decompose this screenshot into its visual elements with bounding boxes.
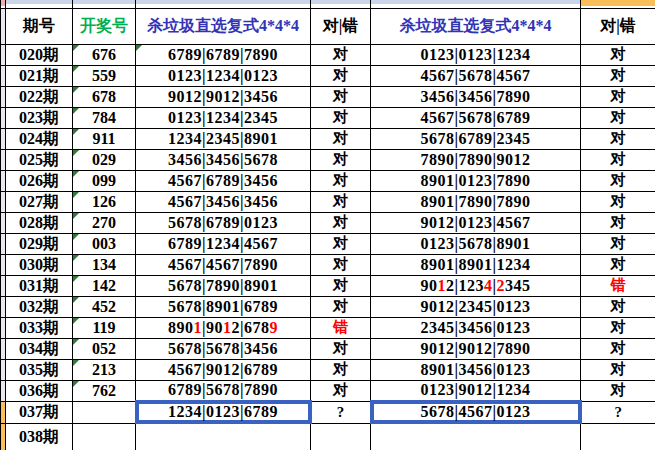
cell-kill1[interactable]: 6789|6789|7890 bbox=[136, 44, 311, 65]
cell-result2[interactable]: 对 bbox=[581, 338, 655, 359]
cell-draw[interactable]: 678 bbox=[73, 86, 136, 107]
cell-kill2[interactable]: 7890|7890|9012 bbox=[371, 149, 581, 170]
cell-result1[interactable]: 对 bbox=[311, 128, 371, 149]
cell-result2[interactable]: 对 bbox=[581, 359, 655, 380]
cell-result1[interactable]: 对 bbox=[311, 338, 371, 359]
cell-kill1[interactable]: 5678|7890|8901 bbox=[136, 275, 311, 296]
cell-draw[interactable]: 784 bbox=[73, 107, 136, 128]
cell-result1[interactable]: 对 bbox=[311, 296, 371, 317]
cell-draw[interactable]: 029 bbox=[73, 149, 136, 170]
cell-kill2[interactable]: 3456|3456|7890 bbox=[371, 86, 581, 107]
cell-result2[interactable]: ? bbox=[581, 401, 655, 423]
cell-kill1[interactable]: 5678|5678|3456 bbox=[136, 338, 311, 359]
cell-kill2[interactable]: 9012|0123|4567 bbox=[371, 212, 581, 233]
cell-kill1[interactable]: 4567|4567|7890 bbox=[136, 254, 311, 275]
cell-kill1[interactable]: 1234|0123|6789 bbox=[136, 401, 311, 423]
cell-draw[interactable]: 452 bbox=[73, 296, 136, 317]
cell-period[interactable]: 023期 bbox=[6, 107, 73, 128]
cell-result1[interactable]: 对 bbox=[311, 212, 371, 233]
cell-kill2[interactable]: 9012|1234|2345 bbox=[371, 275, 581, 296]
cell-result2[interactable]: 对 bbox=[581, 380, 655, 401]
cell-draw[interactable]: 213 bbox=[73, 359, 136, 380]
cell-period[interactable]: 031期 bbox=[6, 275, 73, 296]
cell-period[interactable]: 025期 bbox=[6, 149, 73, 170]
cell-period[interactable]: 037期 bbox=[6, 401, 73, 423]
cell-draw[interactable]: 126 bbox=[73, 191, 136, 212]
cell-kill2[interactable] bbox=[371, 423, 581, 450]
header-result2[interactable]: 对|错 bbox=[581, 8, 655, 44]
header-kill2[interactable]: 杀垃圾直选复式4*4*4 bbox=[371, 8, 581, 44]
cell-result1[interactable]: 对 bbox=[311, 233, 371, 254]
cell-result2[interactable]: 对 bbox=[581, 170, 655, 191]
cell-draw[interactable]: 142 bbox=[73, 275, 136, 296]
cell-period[interactable]: 030期 bbox=[6, 254, 73, 275]
cell-result2[interactable]: 对 bbox=[581, 191, 655, 212]
cell-kill1[interactable]: 9012|9012|3456 bbox=[136, 86, 311, 107]
cell-kill2[interactable]: 4567|5678|4567 bbox=[371, 65, 581, 86]
cell-draw[interactable]: 052 bbox=[73, 338, 136, 359]
cell-kill1[interactable] bbox=[136, 423, 311, 450]
header-draw[interactable]: 开奖号 bbox=[73, 8, 136, 44]
cell-result1[interactable]: 错 bbox=[311, 317, 371, 338]
cell-kill1[interactable]: 6789|5678|7890 bbox=[136, 380, 311, 401]
cell-result1[interactable] bbox=[311, 423, 371, 450]
cell-period[interactable]: 029期 bbox=[6, 233, 73, 254]
cell-kill2[interactable]: 8901|7890|7890 bbox=[371, 191, 581, 212]
cell-result2[interactable]: 对 bbox=[581, 86, 655, 107]
cell-period[interactable]: 035期 bbox=[6, 359, 73, 380]
cell-kill1[interactable]: 4567|3456|3456 bbox=[136, 191, 311, 212]
cell-period[interactable]: 020期 bbox=[6, 44, 73, 65]
cell-kill2[interactable]: 4567|5678|6789 bbox=[371, 107, 581, 128]
cell-kill1[interactable]: 4567|9012|6789 bbox=[136, 359, 311, 380]
header-period[interactable]: 期号 bbox=[6, 8, 73, 44]
cell-result2[interactable]: 对 bbox=[581, 44, 655, 65]
cell-kill2[interactable]: 0123|0123|1234 bbox=[371, 44, 581, 65]
cell-period[interactable]: 038期 bbox=[6, 423, 73, 450]
cell-draw[interactable] bbox=[73, 423, 136, 450]
cell-period[interactable]: 036期 bbox=[6, 380, 73, 401]
cell-kill1[interactable]: 0123|1234|2345 bbox=[136, 107, 311, 128]
cell-draw[interactable]: 099 bbox=[73, 170, 136, 191]
cell-kill2[interactable]: 9012|2345|0123 bbox=[371, 296, 581, 317]
cell-result1[interactable]: 对 bbox=[311, 191, 371, 212]
cell-result2[interactable]: 对 bbox=[581, 296, 655, 317]
cell-kill2[interactable]: 2345|3456|0123 bbox=[371, 317, 581, 338]
cell-result1[interactable]: 对 bbox=[311, 380, 371, 401]
cell-kill2[interactable]: 0123|9012|1234 bbox=[371, 380, 581, 401]
cell-draw[interactable]: 911 bbox=[73, 128, 136, 149]
cell-draw[interactable]: 676 bbox=[73, 44, 136, 65]
cell-kill1[interactable]: 3456|3456|5678 bbox=[136, 149, 311, 170]
cell-kill2[interactable]: 9012|9012|7890 bbox=[371, 338, 581, 359]
cell-period[interactable]: 024期 bbox=[6, 128, 73, 149]
cell-kill1[interactable]: 0123|1234|0123 bbox=[136, 65, 311, 86]
cell-result1[interactable]: 对 bbox=[311, 107, 371, 128]
cell-result1[interactable]: 对 bbox=[311, 65, 371, 86]
cell-result1[interactable]: 对 bbox=[311, 170, 371, 191]
cell-result2[interactable]: 对 bbox=[581, 254, 655, 275]
cell-period[interactable]: 032期 bbox=[6, 296, 73, 317]
cell-result2[interactable]: 对 bbox=[581, 149, 655, 170]
cell-period[interactable]: 033期 bbox=[6, 317, 73, 338]
cell-draw[interactable]: 559 bbox=[73, 65, 136, 86]
cell-kill2[interactable]: 8901|0123|7890 bbox=[371, 170, 581, 191]
cell-result1[interactable]: 对 bbox=[311, 149, 371, 170]
cell-kill1[interactable]: 5678|8901|6789 bbox=[136, 296, 311, 317]
cell-result1[interactable]: 对 bbox=[311, 254, 371, 275]
cell-result2[interactable]: 对 bbox=[581, 212, 655, 233]
cell-result1[interactable]: 对 bbox=[311, 44, 371, 65]
cell-period[interactable]: 027期 bbox=[6, 191, 73, 212]
cell-result2[interactable]: 对 bbox=[581, 233, 655, 254]
cell-result2[interactable]: 对 bbox=[581, 317, 655, 338]
cell-draw[interactable]: 003 bbox=[73, 233, 136, 254]
header-kill1[interactable]: 杀垃圾直选复式4*4*4 bbox=[136, 8, 311, 44]
cell-result1[interactable]: 对 bbox=[311, 359, 371, 380]
cell-draw[interactable]: 134 bbox=[73, 254, 136, 275]
cell-period[interactable]: 034期 bbox=[6, 338, 73, 359]
cell-kill1[interactable]: 5678|6789|0123 bbox=[136, 212, 311, 233]
header-result1[interactable]: 对|错 bbox=[311, 8, 371, 44]
cell-draw[interactable]: 270 bbox=[73, 212, 136, 233]
cell-kill2[interactable]: 8901|3456|0123 bbox=[371, 359, 581, 380]
cell-kill2[interactable]: 8901|8901|1234 bbox=[371, 254, 581, 275]
cell-kill2[interactable]: 5678|4567|0123 bbox=[371, 401, 581, 423]
cell-period[interactable]: 028期 bbox=[6, 212, 73, 233]
